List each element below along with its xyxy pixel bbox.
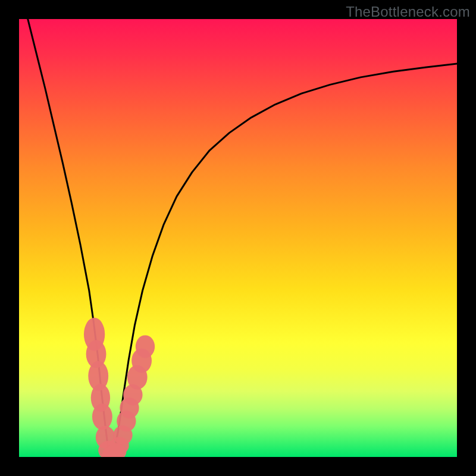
watermark-text: TheBottleneck.com	[346, 4, 470, 20]
marker-group	[84, 318, 155, 457]
bottleneck-curve	[28, 19, 457, 455]
plot-area	[19, 19, 457, 457]
chart-frame: TheBottleneck.com	[0, 0, 476, 476]
chart-svg	[19, 19, 457, 457]
data-marker	[136, 335, 155, 358]
data-marker	[92, 403, 112, 430]
